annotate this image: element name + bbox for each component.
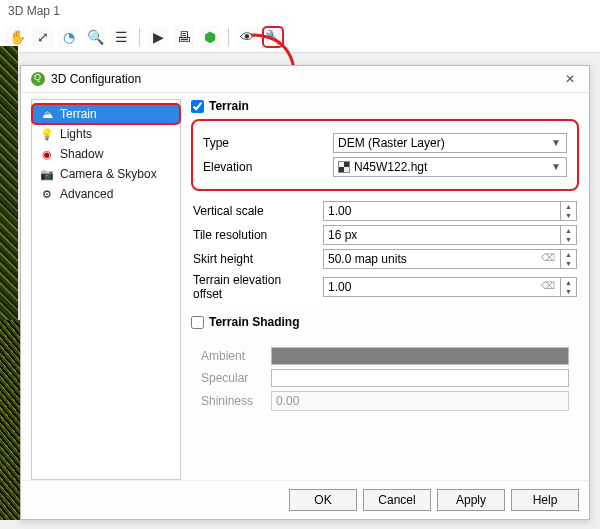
sidebar-item-label: Camera & Skybox: [60, 167, 157, 181]
terrain-checkbox[interactable]: [191, 100, 204, 113]
spin-buttons[interactable]: ▲▼: [561, 249, 577, 269]
elevation-combo[interactable]: N45W122.hgt ▼: [333, 157, 567, 177]
ok-button[interactable]: OK: [289, 489, 357, 511]
eye-icon[interactable]: 👁: [236, 26, 258, 48]
chevron-down-icon[interactable]: ▼: [561, 235, 576, 244]
sidebar-item-terrain[interactable]: ⛰ Terrain: [32, 104, 180, 124]
terrain-icon: ⛰: [40, 107, 54, 121]
identify-icon[interactable]: 🔍: [84, 26, 106, 48]
layers-icon[interactable]: ☰: [110, 26, 132, 48]
terrain-checkbox-row[interactable]: Terrain: [191, 99, 579, 113]
dialog-title: 3D Configuration: [51, 72, 141, 86]
chevron-down-icon: ▼: [551, 137, 561, 148]
clear-icon[interactable]: ⌫: [541, 252, 555, 263]
chevron-up-icon[interactable]: ▲: [561, 250, 576, 259]
type-label: Type: [203, 136, 323, 150]
clear-icon[interactable]: ⌫: [541, 280, 555, 291]
advanced-icon: ⚙: [40, 187, 54, 201]
play-icon[interactable]: ▶: [147, 26, 169, 48]
elevation-value: N45W122.hgt: [354, 160, 427, 174]
sidebar-item-advanced[interactable]: ⚙ Advanced: [32, 184, 180, 204]
vscale-input[interactable]: [323, 201, 561, 221]
specular-label: Specular: [201, 371, 261, 385]
help-button[interactable]: Help: [511, 489, 579, 511]
sidebar-item-label: Lights: [60, 127, 92, 141]
ambient-label: Ambient: [201, 349, 261, 363]
zoom-full-icon[interactable]: ⤢: [32, 26, 54, 48]
map-canvas-sliver: [0, 320, 22, 520]
ambient-color-swatch[interactable]: [271, 347, 569, 365]
chevron-down-icon: ▼: [551, 161, 561, 172]
tileres-input[interactable]: [323, 225, 561, 245]
light-icon: 💡: [40, 127, 54, 141]
type-combo[interactable]: DEM (Raster Layer) ▼: [333, 133, 567, 153]
terrain-source-group: Type DEM (Raster Layer) ▼ Elevation N45W…: [191, 119, 579, 191]
sidebar-item-label: Advanced: [60, 187, 113, 201]
cancel-button[interactable]: Cancel: [363, 489, 431, 511]
camera-icon: 📷: [40, 167, 54, 181]
chevron-down-icon[interactable]: ▼: [561, 287, 576, 296]
shininess-label: Shininess: [201, 394, 261, 408]
vscale-label: Vertical scale: [193, 204, 313, 218]
chevron-down-icon[interactable]: ▼: [561, 259, 576, 268]
clock-icon[interactable]: ◔: [58, 26, 80, 48]
shading-checkbox-label: Terrain Shading: [209, 315, 299, 329]
save-image-icon[interactable]: 🖶: [173, 26, 195, 48]
sidebar-item-label: Terrain: [60, 107, 97, 121]
shading-checkbox-row[interactable]: Terrain Shading: [191, 315, 579, 329]
shading-checkbox[interactable]: [191, 316, 204, 329]
chevron-up-icon[interactable]: ▲: [561, 202, 576, 211]
export-3d-icon[interactable]: ⬢: [199, 26, 221, 48]
map-toolbar: ✋ ⤢ ◔ 🔍 ☰ ▶ 🖶 ⬢ 👁 🔧: [0, 22, 600, 53]
shininess-input: [271, 391, 569, 411]
apply-button[interactable]: Apply: [437, 489, 505, 511]
shadow-icon: ◉: [40, 147, 54, 161]
sidebar-item-lights[interactable]: 💡 Lights: [32, 124, 180, 144]
chevron-up-icon[interactable]: ▲: [561, 226, 576, 235]
skirt-label: Skirt height: [193, 252, 313, 266]
chevron-up-icon[interactable]: ▲: [561, 278, 576, 287]
sidebar-item-label: Shadow: [60, 147, 103, 161]
offset-label: Terrain elevation offset: [193, 273, 313, 301]
type-value: DEM (Raster Layer): [338, 136, 445, 150]
qgis-logo-icon: [31, 72, 45, 86]
config-sidebar: ⛰ Terrain 💡 Lights ◉ Shadow 📷 Camera & S…: [31, 99, 181, 480]
close-icon[interactable]: ✕: [561, 72, 579, 86]
specular-color-swatch[interactable]: [271, 369, 569, 387]
shading-group: Ambient Specular Shininess: [191, 335, 579, 423]
configure-wrench-icon[interactable]: 🔧: [262, 26, 284, 48]
terrain-params-group: Vertical scale ▲▼ Tile resolution ▲▼ Ski…: [191, 197, 579, 305]
terrain-checkbox-label: Terrain: [209, 99, 249, 113]
config-dialog: 3D Configuration ✕ ⛰ Terrain 💡 Lights ◉ …: [20, 65, 590, 520]
map-window-title: 3D Map 1: [0, 0, 600, 22]
chevron-down-icon[interactable]: ▼: [561, 211, 576, 220]
spin-buttons[interactable]: ▲▼: [561, 201, 577, 221]
sidebar-item-shadow[interactable]: ◉ Shadow: [32, 144, 180, 164]
sidebar-item-camera-skybox[interactable]: 📷 Camera & Skybox: [32, 164, 180, 184]
tileres-label: Tile resolution: [193, 228, 313, 242]
raster-layer-icon: [338, 161, 350, 173]
separator-icon: [139, 28, 140, 46]
elevation-label: Elevation: [203, 160, 323, 174]
skirt-input[interactable]: [323, 249, 561, 269]
offset-input[interactable]: [323, 277, 561, 297]
spin-buttons[interactable]: ▲▼: [561, 277, 577, 297]
pan-icon[interactable]: ✋: [6, 26, 28, 48]
spin-buttons[interactable]: ▲▼: [561, 225, 577, 245]
separator-icon: [228, 28, 229, 46]
